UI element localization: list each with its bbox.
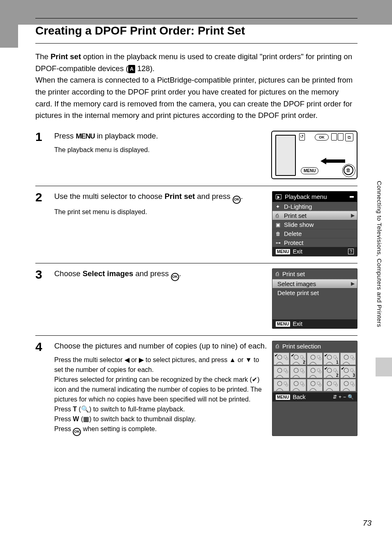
svg-point-36 — [302, 384, 304, 386]
camera-diagram: ↺ OK ⧉ MENU 🗑 — [271, 131, 357, 179]
thumbnail: ✔3 — [340, 366, 356, 378]
lcd-title: Print selection — [282, 343, 321, 350]
svg-point-43 — [344, 381, 348, 386]
trash-icon: 🗑 — [276, 231, 281, 237]
menu-row: Delete print set — [272, 288, 357, 297]
playback-icon — [276, 194, 281, 199]
ok-icon: OK — [73, 428, 81, 436]
exposure-icon: ⧉ — [345, 133, 353, 141]
plus-icon: + — [339, 394, 341, 400]
print-icon: ⎙ — [276, 271, 279, 277]
svg-point-33 — [286, 384, 288, 386]
print-icon: ⎙ — [276, 343, 279, 349]
thumbnail-grid: ✔✔2✔1✔2✔3 — [272, 351, 357, 392]
step-3: 3 Choose Select images and press OK. ⎙ P… — [35, 263, 357, 335]
ok-button-illustration: OK — [315, 134, 329, 141]
svg-point-42 — [335, 384, 337, 386]
menu-row: ✦D-Lighting — [272, 202, 357, 211]
thumbnail — [290, 379, 306, 391]
menu-chip-icon: MENU — [276, 249, 290, 254]
thumbnail: ✔2 — [290, 353, 306, 365]
thumbnail: ✔1 — [323, 353, 339, 365]
print-set-menu-screen: ⎙ Print set Select images Delete print s… — [272, 268, 357, 329]
svg-point-39 — [319, 384, 321, 386]
thumbnail — [340, 379, 356, 391]
svg-point-16 — [277, 368, 282, 373]
svg-point-7 — [311, 355, 315, 360]
menu-chip-icon: MENU — [276, 321, 290, 327]
svg-point-3 — [286, 358, 288, 360]
intro-paragraph: The Print set option in the playback men… — [35, 51, 357, 122]
print-selection-screen: ⎙ Print selection ✔✔2✔1✔2✔3 MENU Back ⇵ … — [272, 341, 357, 436]
step-number: 1 — [35, 131, 48, 179]
thumbnail: ✔2 — [323, 366, 339, 378]
svg-point-1 — [277, 355, 282, 360]
page-number: 73 — [363, 519, 371, 528]
thumbnail — [307, 353, 323, 365]
step-4-sub: Press the multi selector ◀ or ▶ to selec… — [54, 355, 267, 436]
thumbnail: ✔ — [274, 353, 289, 365]
step-2-heading: Use the multi selector to choose Print s… — [54, 191, 267, 204]
menu-chip-icon: MENU — [276, 395, 290, 400]
step-4: 4 Choose the pictures and number of copi… — [35, 335, 357, 443]
svg-point-9 — [319, 358, 321, 360]
lcd-title: Playback menu — [285, 193, 327, 200]
step-number: 3 — [35, 268, 48, 329]
help-icon: ? — [348, 249, 354, 254]
svg-point-4 — [294, 355, 299, 360]
slideshow-icon: ▣ — [276, 222, 280, 228]
svg-point-6 — [302, 358, 304, 360]
lcd-title: Print set — [282, 270, 305, 277]
svg-point-45 — [352, 384, 354, 386]
step-number: 4 — [35, 341, 48, 436]
svg-point-18 — [286, 371, 288, 373]
svg-point-13 — [344, 355, 348, 360]
zoom-icon: 🔍 — [348, 394, 354, 400]
thumbnail — [323, 379, 339, 391]
svg-point-19 — [294, 368, 299, 373]
thumbnail — [307, 366, 323, 378]
step-2: 2 Use the multi selector to choose Print… — [35, 186, 357, 263]
svg-point-25 — [327, 368, 332, 373]
svg-point-28 — [344, 368, 348, 373]
menu-row-selected: Select images — [272, 279, 357, 288]
step-2-sub: The print set menu is displayed. — [54, 207, 267, 217]
svg-point-27 — [335, 371, 337, 373]
side-tab: Connecting to Televisions, Computers and… — [366, 0, 392, 540]
thumbnail — [307, 379, 323, 391]
reference-icon: A — [128, 65, 135, 74]
arrow-icon — [321, 157, 345, 165]
menu-button-illustration: MENU — [301, 167, 318, 174]
thumbnail — [290, 366, 306, 378]
svg-point-10 — [327, 355, 332, 360]
d-lighting-icon: ✦ — [276, 204, 280, 210]
menu-row: 🗑Delete — [272, 229, 357, 238]
svg-point-24 — [319, 371, 321, 373]
ok-icon: OK — [171, 273, 179, 281]
svg-point-12 — [335, 358, 337, 360]
step-4-heading: Choose the pictures and number of copies… — [54, 341, 267, 352]
step-1-sub: The playback menu is displayed. — [54, 145, 266, 155]
step-1-heading: Press MENU in playback mode. — [54, 131, 266, 142]
updown-icon: ⇵ — [333, 394, 337, 400]
menu-row-selected: ⎙Print set — [272, 211, 357, 220]
thumbnail — [340, 353, 356, 365]
step-3-heading: Choose Select images and press OK. — [54, 268, 267, 281]
svg-point-31 — [277, 381, 282, 386]
svg-point-22 — [311, 368, 315, 373]
camera-screen — [275, 135, 296, 176]
svg-marker-0 — [321, 158, 345, 164]
menu-row: ▣Slide show — [272, 220, 357, 229]
menu-row: ⊶Protect — [272, 238, 357, 247]
svg-point-30 — [352, 371, 354, 373]
playback-menu-screen: Playback menu ✦D-Lighting ⎙Print set ▣Sl… — [272, 191, 357, 256]
trash-button-illustration: 🗑 — [344, 165, 353, 175]
thumb-tab-marker — [376, 358, 392, 376]
thumbnail — [274, 366, 289, 378]
minus-icon: − — [343, 394, 346, 400]
svg-point-21 — [302, 371, 304, 373]
card-icon — [350, 196, 354, 198]
thumbnail — [274, 379, 289, 391]
svg-point-15 — [352, 358, 354, 360]
print-icon: ⎙ — [276, 213, 279, 219]
